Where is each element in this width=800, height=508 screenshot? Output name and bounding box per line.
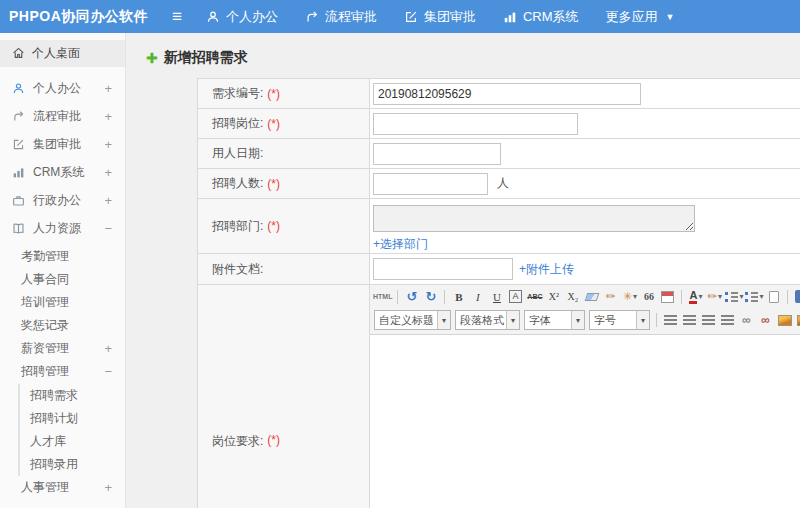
- nav-group-approval[interactable]: 集团审批: [404, 8, 476, 26]
- field-label: 招聘部门: (*): [198, 199, 370, 253]
- strikethrough-button[interactable]: ABC: [526, 288, 543, 306]
- nav-label: 个人办公: [226, 8, 278, 26]
- heading-select[interactable]: 自定义标题▾: [374, 310, 451, 330]
- expand-plus-icon[interactable]: +: [104, 137, 112, 152]
- align-left-button[interactable]: [662, 311, 679, 329]
- sidebar-item-label: CRM系统: [33, 164, 84, 181]
- template-icon: [661, 291, 674, 303]
- template-button[interactable]: [659, 288, 676, 306]
- font-size-select[interactable]: 字号▾: [589, 310, 650, 330]
- unordered-list-button[interactable]: ▾: [745, 288, 763, 306]
- flow-arrow-icon: [305, 10, 319, 24]
- toolbar-separator: [787, 290, 788, 304]
- expand-plus-icon[interactable]: +: [104, 337, 112, 360]
- link-button[interactable]: ∞: [738, 311, 755, 329]
- new-page-button[interactable]: [765, 288, 782, 306]
- expand-plus-icon[interactable]: +: [104, 81, 112, 96]
- image-button[interactable]: [776, 311, 793, 329]
- align-center-button[interactable]: [681, 311, 698, 329]
- html-source-button[interactable]: HTML: [373, 288, 392, 306]
- nav-crm-system[interactable]: CRM系统: [503, 8, 579, 26]
- sidebar-item-rewards[interactable]: 奖惩记录: [0, 314, 125, 337]
- sidebar-item-admin-office[interactable]: 行政办公 +: [0, 186, 125, 214]
- required-mark: (*): [267, 117, 280, 131]
- blank-page-icon: [769, 291, 779, 303]
- nav-label: 更多应用: [606, 8, 658, 26]
- collapse-minus-icon[interactable]: −: [104, 360, 112, 383]
- format-brush-button[interactable]: ✏: [602, 288, 619, 306]
- auto-format-button[interactable]: ✳▾: [621, 288, 638, 306]
- sidebar-item-hr-contract[interactable]: 人事合同: [0, 268, 125, 291]
- nav-more-apps[interactable]: 更多应用 ▼: [606, 8, 675, 26]
- sidebar-item-desktop[interactable]: 个人桌面: [0, 40, 125, 67]
- hamburger-icon[interactable]: ≡: [172, 2, 182, 32]
- nav-personal-office[interactable]: 个人办公: [206, 8, 278, 26]
- sidebar-item-group-approval[interactable]: 集团审批 +: [0, 130, 125, 158]
- form-row-position: 招聘岗位: (*): [198, 109, 800, 139]
- headcount-input[interactable]: [373, 173, 488, 195]
- font-family-select[interactable]: 字体▾: [524, 310, 585, 330]
- position-input[interactable]: [373, 113, 578, 135]
- label-text: 附件文档:: [212, 261, 263, 278]
- undo-button[interactable]: ↺: [403, 288, 420, 306]
- wand-icon: ✳: [623, 290, 632, 303]
- ordered-list-button[interactable]: ▾: [725, 288, 743, 306]
- label-text: 招聘人数:: [212, 175, 263, 192]
- sidebar-item-recruit-hire[interactable]: 招聘录用: [20, 453, 125, 476]
- hire-date-input[interactable]: [373, 143, 501, 165]
- demand-no-input[interactable]: [373, 83, 641, 105]
- attachment-input[interactable]: [373, 258, 513, 280]
- sidebar-item-label: 行政办公: [33, 192, 81, 209]
- nav-workflow-approval[interactable]: 流程审批: [305, 8, 377, 26]
- italic-button[interactable]: I: [469, 288, 486, 306]
- blockquote-button[interactable]: 66: [640, 288, 657, 306]
- field-label: 招聘人数: (*): [198, 169, 370, 198]
- upload-attachment-link[interactable]: +附件上传: [519, 261, 574, 278]
- sidebar-item-label: 人才库: [30, 434, 66, 448]
- unlink-button[interactable]: ∞: [757, 311, 774, 329]
- sidebar-item-recruit-plan[interactable]: 招聘计划: [20, 407, 125, 430]
- remove-format-button[interactable]: [583, 288, 600, 306]
- sidebar-item-training[interactable]: 培训管理: [0, 291, 125, 314]
- subscript-button[interactable]: X₂: [564, 288, 581, 306]
- sidebar-item-attendance[interactable]: 考勤管理: [0, 245, 125, 268]
- label-text: 需求编号:: [212, 85, 263, 102]
- expand-plus-icon[interactable]: +: [104, 193, 112, 208]
- expand-plus-icon[interactable]: +: [104, 476, 112, 499]
- paragraph-format-select[interactable]: 段落格式▾: [455, 310, 520, 330]
- toolbar-separator: [656, 313, 657, 327]
- sidebar-item-talent-pool[interactable]: 人才库: [20, 430, 125, 453]
- underline-button[interactable]: U: [488, 288, 505, 306]
- highlight-button[interactable]: ✏▾: [706, 288, 723, 306]
- font-color-button[interactable]: A▾: [687, 288, 704, 306]
- sidebar-item-crm-system[interactable]: CRM系统 +: [0, 158, 125, 186]
- user-icon: [12, 82, 25, 95]
- align-right-button[interactable]: [700, 311, 717, 329]
- sidebar-item-salary[interactable]: 薪资管理 +: [0, 337, 125, 360]
- collapse-minus-icon[interactable]: −: [104, 221, 112, 236]
- superscript-button[interactable]: X²: [545, 288, 562, 306]
- bold-button[interactable]: B: [450, 288, 467, 306]
- font-frame-button[interactable]: A: [509, 290, 522, 303]
- sidebar-item-personal-office[interactable]: 个人办公 +: [0, 74, 125, 102]
- field-label: 招聘岗位: (*): [198, 109, 370, 138]
- sidebar-item-recruitment[interactable]: 招聘管理 −: [0, 360, 125, 383]
- chevron-down-icon: ▼: [666, 12, 675, 22]
- sidebar-item-recruit-demand[interactable]: 招聘需求: [20, 384, 125, 407]
- clipped-toolbar-button[interactable]: [793, 288, 800, 306]
- sidebar-item-personnel-mgmt[interactable]: 人事管理 +: [0, 476, 125, 499]
- align-justify-button[interactable]: [719, 311, 736, 329]
- editor-content-area[interactable]: [370, 335, 800, 508]
- sidebar-item-label: 人事合同: [21, 272, 69, 286]
- image-upload-button[interactable]: [795, 311, 800, 329]
- flow-arrow-icon: [12, 110, 25, 123]
- expand-plus-icon[interactable]: +: [104, 165, 112, 180]
- redo-button[interactable]: ↻: [422, 288, 439, 306]
- department-textarea[interactable]: [373, 205, 695, 232]
- sidebar-item-human-resources[interactable]: 人力资源 −: [0, 214, 125, 242]
- select-value: 自定义标题: [375, 313, 437, 328]
- sidebar-item-label: 招聘需求: [30, 388, 78, 402]
- expand-plus-icon[interactable]: +: [104, 109, 112, 124]
- select-department-link[interactable]: +选择部门: [373, 236, 428, 253]
- sidebar-item-workflow-approval[interactable]: 流程审批 +: [0, 102, 125, 130]
